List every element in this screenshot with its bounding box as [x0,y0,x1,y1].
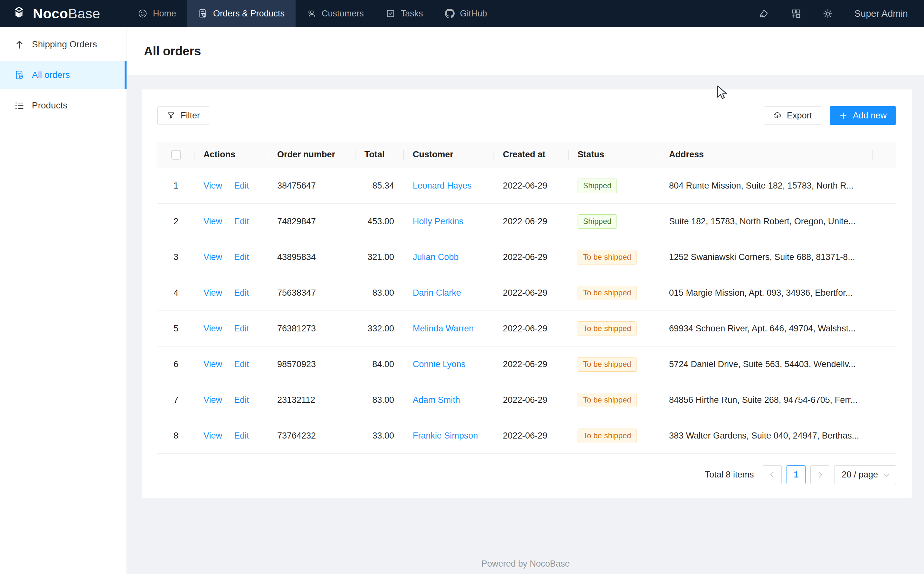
sidebar-item-products[interactable]: Products [0,91,126,120]
edit-link[interactable]: Edit [234,181,249,191]
customer-link[interactable]: Julian Cobb [413,252,459,262]
created-at-cell: 2022-06-29 [494,288,569,298]
table-header-row: Actions Order number Total Customer Crea… [158,142,896,168]
view-link[interactable]: View [204,181,222,191]
select-all-checkbox[interactable] [171,150,181,159]
status-badge: To be shipped [578,250,637,265]
orders-table-card: Filter Export Add new [142,90,912,498]
order-number-cell: 43895834 [268,252,355,262]
created-at-cell: 2022-06-29 [494,181,569,191]
nocobase-logo-icon [12,6,27,21]
row-index: 5 [158,324,194,334]
edit-link[interactable]: Edit [234,395,249,405]
sidebar-item-shipping-orders[interactable]: Shipping Orders [0,30,126,58]
status-badge: To be shipped [578,429,637,443]
tab-github[interactable]: GitHub [434,0,498,27]
created-at-cell: 2022-06-29 [494,395,569,405]
action-divider [228,396,228,404]
tab-customers[interactable]: Customers [295,0,375,27]
customer-link[interactable]: Adam Smith [413,395,460,405]
nocobase-logo[interactable]: NocoBase [0,0,127,27]
brand-text: NocoBase [33,6,100,22]
created-at-cell: 2022-06-29 [494,252,569,262]
customer-link[interactable]: Darin Clarke [413,288,461,298]
row-actions: View Edit [194,324,268,334]
view-link[interactable]: View [204,431,222,441]
tab-tasks[interactable]: Tasks [375,0,434,27]
row-index: 6 [158,360,194,369]
customer-link[interactable]: Leonard Hayes [413,181,472,191]
column-header-address: Address [660,150,873,159]
order-number-cell: 98570923 [268,360,355,369]
total-cell: 33.00 [355,431,404,441]
order-number-cell: 76381273 [268,324,355,334]
row-actions: View Edit [194,431,268,441]
file-done-icon [198,9,208,18]
gear-icon[interactable] [823,8,833,19]
edit-link[interactable]: Edit [234,288,249,298]
pagination-total: Total 8 items [705,470,754,480]
status-badge: To be shipped [578,357,637,372]
page-size-select[interactable]: 20 / page [834,465,896,484]
view-link[interactable]: View [204,395,222,405]
sidebar-item-all-orders[interactable]: All orders [0,61,126,89]
select-all-cell [158,150,194,159]
powered-by-footer: Powered by NocoBase [127,559,924,569]
view-link[interactable]: View [204,360,222,369]
status-badge: To be shipped [578,286,637,300]
edit-link[interactable]: Edit [234,324,249,334]
customer-link[interactable]: Connie Lyons [413,360,466,369]
add-new-button[interactable]: Add new [830,106,896,125]
action-divider [228,431,228,440]
cloud-download-icon [773,111,782,120]
address-cell: 5724 Daniel Drive, Suite 563, 54403, Wen… [660,360,873,369]
order-number-cell: 73764232 [268,431,355,441]
total-cell: 84.00 [355,360,404,369]
column-header-total: Total [355,150,404,159]
action-divider [228,360,228,369]
view-link[interactable]: View [204,324,222,334]
table-row: 4 View Edit 75638347 83.00 Darin Clarke … [158,275,896,311]
action-divider [228,288,228,297]
ui-editor-highlighter-icon[interactable] [759,8,769,19]
column-header-created-at: Created at [494,150,569,159]
action-divider [228,324,228,333]
edit-link[interactable]: Edit [234,216,249,227]
user-menu[interactable]: Super Admin [855,8,908,19]
tab-home[interactable]: Home [127,0,187,27]
table-toolbar: Filter Export Add new [142,90,912,125]
edit-link[interactable]: Edit [234,431,249,441]
view-link[interactable]: View [204,216,222,227]
table-row: 8 View Edit 73764232 33.00 Frankie Simps… [158,418,896,454]
page-1-button[interactable]: 1 [787,465,806,484]
column-header-order-number: Order number [268,150,355,159]
customer-link[interactable]: Melinda Warren [413,324,474,333]
plus-icon [839,111,848,120]
filter-button[interactable]: Filter [158,106,209,125]
total-cell: 453.00 [355,216,404,227]
customer-link[interactable]: Frankie Simpson [413,431,478,440]
order-number-cell: 23132112 [268,395,355,405]
edit-link[interactable]: Edit [234,360,249,369]
next-page-button[interactable] [810,465,829,484]
arrow-up-icon [14,39,24,50]
view-link[interactable]: View [204,288,222,298]
status-badge: Shipped [578,214,617,229]
customer-link[interactable]: Holly Perkins [413,216,464,226]
action-divider [228,252,228,262]
export-button[interactable]: Export [764,106,821,125]
chevron-right-icon [816,472,822,478]
total-cell: 85.34 [355,181,404,191]
edit-link[interactable]: Edit [234,252,249,262]
table-row: 3 View Edit 43895834 321.00 Julian Cobb … [158,240,896,275]
created-at-cell: 2022-06-29 [494,431,569,441]
chevron-left-icon [770,472,776,478]
tab-orders-products[interactable]: Orders & Products [187,0,295,27]
check-square-icon [386,9,395,18]
prev-page-button[interactable] [763,465,782,484]
column-header-status: Status [569,150,660,159]
view-link[interactable]: View [204,252,222,262]
add-block-icon[interactable] [791,8,801,19]
table-body: 1 View Edit 38475647 85.34 Leonard Hayes… [158,168,896,454]
row-actions: View Edit [194,181,268,191]
